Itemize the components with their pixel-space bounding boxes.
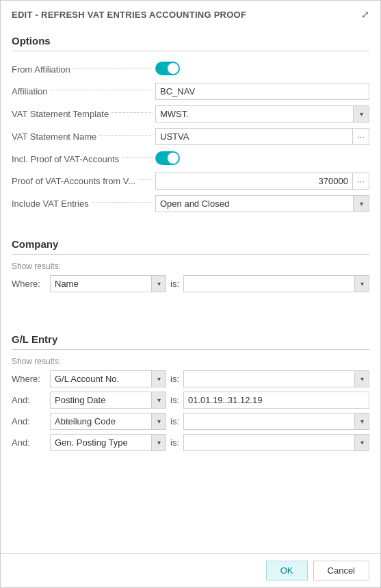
gl-is-label-2: is: (170, 395, 179, 405)
vat-name-input-wrap: ··· (155, 128, 369, 145)
toggle-thumb-2 (168, 153, 179, 164)
dialog: EDIT - REFRESH VAT ENTRIES ACCOUNTING PR… (0, 0, 381, 588)
gl-where-select-wrap-1: G/L Account No. Posting Date Document No… (50, 370, 166, 387)
dialog-header: EDIT - REFRESH VAT ENTRIES ACCOUNTING PR… (1, 1, 380, 25)
proof-from-ellipsis-button[interactable]: ··· (352, 173, 369, 189)
company-is-label: is: (170, 279, 179, 289)
company-show-results: Show results: (12, 261, 369, 271)
options-section-title: Options (12, 25, 369, 51)
vat-name-input[interactable] (156, 129, 352, 144)
from-affiliation-row: From Affiliation (12, 58, 369, 80)
gl-and-label-3: And: (12, 416, 46, 426)
vat-name-row: VAT Statement Name ··· (12, 125, 369, 148)
affiliation-label: Affiliation (12, 86, 155, 97)
toggle-track (155, 62, 180, 75)
company-is-select-wrap: ▾ (183, 275, 369, 292)
spacer-2 (12, 296, 369, 310)
gl-where-select-wrap-4: Gen. Posting Type G/L Account No. Postin… (50, 434, 166, 451)
include-vat-select-wrap: Open and Closed Open Closed ▾ (155, 195, 369, 212)
expand-icon[interactable]: ⤢ (361, 9, 369, 20)
company-where-label: Where: (12, 279, 46, 289)
from-affiliation-label: From Affiliation (12, 64, 155, 75)
gl-is-select-4[interactable] (183, 434, 369, 451)
gl-is-input-2[interactable] (183, 392, 369, 409)
vat-name-ellipsis-button[interactable]: ··· (352, 129, 369, 144)
gl-where-select-2[interactable]: Posting Date G/L Account No. Document No… (50, 392, 166, 409)
proof-from-control: ··· (155, 172, 369, 190)
toggle-track-2 (155, 151, 180, 165)
gl-is-select-wrap-1: ▾ (183, 370, 369, 387)
dialog-title: EDIT - REFRESH VAT ENTRIES ACCOUNTING PR… (12, 10, 246, 20)
from-affiliation-control (155, 62, 369, 77)
gl-where-select-1[interactable]: G/L Account No. Posting Date Document No… (50, 370, 166, 387)
gl-entry-section-title: G/L Entry (12, 324, 369, 350)
include-vat-control: Open and Closed Open Closed ▾ (155, 195, 369, 212)
gl-and-label-2: And: (12, 395, 46, 405)
gl-filter-row-4: And: Gen. Posting Type G/L Account No. P… (12, 434, 369, 451)
gl-where-select-4[interactable]: Gen. Posting Type G/L Account No. Postin… (50, 434, 166, 451)
include-vat-label: Include VAT Entries (12, 199, 155, 209)
gl-filter-row-3: And: Abteilung Code G/L Account No. Post… (12, 413, 369, 430)
gl-where-label-1: Where: (12, 374, 46, 384)
company-filter-row: Where: Name No. City ▾ is: ▾ (12, 275, 369, 292)
gl-filter-row-2: And: Posting Date G/L Account No. Docume… (12, 392, 369, 409)
dialog-footer: OK Cancel (1, 553, 380, 587)
spacer-1 (12, 215, 369, 229)
include-vat-select[interactable]: Open and Closed Open Closed (155, 195, 369, 212)
gl-where-select-wrap-3: Abteilung Code G/L Account No. Posting D… (50, 413, 166, 430)
vat-template-select[interactable]: MWST. (155, 105, 369, 123)
vat-template-row: VAT Statement Template MWST. ▾ (12, 103, 369, 125)
incl-proof-toggle[interactable] (155, 151, 180, 165)
gl-is-select-wrap-3: ▾ (183, 413, 369, 430)
gl-is-select-1[interactable] (183, 370, 369, 387)
vat-template-control: MWST. ▾ (155, 105, 369, 123)
gl-is-input-wrap-2 (183, 392, 369, 409)
company-section-title: Company (12, 229, 369, 255)
affiliation-control (155, 83, 369, 100)
vat-template-label: VAT Statement Template (12, 109, 155, 119)
gl-entry-show-results: Show results: (12, 357, 369, 366)
gl-is-label-1: is: (170, 374, 179, 384)
vat-name-label: VAT Statement Name (12, 131, 155, 142)
incl-proof-control (155, 151, 369, 167)
gl-is-label-4: is: (170, 437, 179, 448)
gl-filter-row-1: Where: G/L Account No. Posting Date Docu… (12, 370, 369, 387)
toggle-thumb (168, 63, 179, 74)
gl-is-label-3: is: (170, 416, 179, 426)
affiliation-row: Affiliation (12, 80, 369, 103)
proof-from-input-wrap: ··· (155, 172, 369, 190)
ok-button[interactable]: OK (266, 561, 308, 580)
scrollable-content: Options From Affiliation Affiliation (1, 25, 380, 553)
company-is-select[interactable] (183, 275, 369, 292)
gl-is-select-3[interactable] (183, 413, 369, 430)
proof-from-row: Proof of VAT-Accounts from V... ··· (12, 170, 369, 192)
cancel-button[interactable]: Cancel (313, 561, 369, 580)
gl-where-select-wrap-2: Posting Date G/L Account No. Document No… (50, 392, 166, 409)
incl-proof-row: Incl. Proof of VAT-Accounts (12, 148, 369, 170)
affiliation-input[interactable] (155, 83, 369, 100)
company-where-select[interactable]: Name No. City (50, 275, 166, 292)
vat-template-select-wrap: MWST. ▾ (155, 105, 369, 123)
spacer-4 (12, 455, 369, 469)
incl-proof-label: Incl. Proof of VAT-Accounts (12, 154, 155, 164)
spacer-3 (12, 310, 369, 324)
gl-and-label-4: And: (12, 437, 46, 448)
include-vat-row: Include VAT Entries Open and Closed Open… (12, 192, 369, 215)
from-affiliation-toggle[interactable] (155, 62, 180, 75)
company-where-select-wrap: Name No. City ▾ (50, 275, 166, 292)
proof-from-label: Proof of VAT-Accounts from V... (12, 176, 155, 186)
gl-where-select-3[interactable]: Abteilung Code G/L Account No. Posting D… (50, 413, 166, 430)
proof-from-input[interactable] (156, 173, 352, 189)
gl-is-select-wrap-4: ▾ (183, 434, 369, 451)
vat-name-control: ··· (155, 128, 369, 145)
